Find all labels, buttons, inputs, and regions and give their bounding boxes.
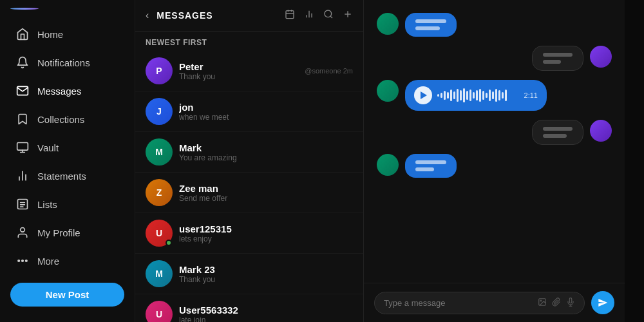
conversation-item[interactable]: J jon when we meet bbox=[135, 91, 363, 132]
conv-avatar: U bbox=[146, 301, 173, 322]
avatar[interactable] bbox=[10, 8, 39, 10]
message-bubble bbox=[405, 154, 457, 178]
calendar-icon[interactable] bbox=[285, 9, 295, 22]
svg-point-8 bbox=[21, 228, 25, 232]
image-icon[interactable] bbox=[538, 298, 547, 308]
new-post-button[interactable]: New Post bbox=[10, 283, 124, 307]
right-panel bbox=[625, 0, 644, 322]
conversation-item[interactable]: M Mark You are amazing bbox=[135, 132, 363, 173]
conversation-item[interactable]: U user125315 lets enjoy bbox=[135, 213, 363, 254]
conv-name: Mark bbox=[179, 142, 346, 153]
msg-avatar bbox=[377, 154, 399, 176]
svg-point-24 bbox=[540, 300, 542, 301]
conv-preview: Thank you bbox=[179, 275, 346, 284]
conversation-item[interactable]: Z Zee man Send me offer bbox=[135, 173, 363, 213]
msg-line bbox=[415, 160, 446, 164]
conv-avatar: P bbox=[146, 57, 173, 84]
messages-panel: ‹ MESSAGES bbox=[135, 0, 364, 322]
sidebar-item-more[interactable]: More bbox=[5, 247, 129, 274]
header-icons bbox=[285, 9, 353, 22]
search-icon[interactable] bbox=[323, 9, 334, 22]
chart-icon bbox=[15, 169, 30, 183]
add-icon[interactable] bbox=[343, 9, 353, 22]
messages-panel-title: MESSAGES bbox=[156, 10, 279, 21]
sidebar-item-label: Lists bbox=[37, 199, 57, 210]
home-icon bbox=[15, 27, 30, 41]
conv-avatar: Z bbox=[146, 179, 173, 206]
svg-line-20 bbox=[330, 16, 332, 18]
conv-name: Mark 23 bbox=[179, 264, 346, 275]
sidebar-item-home[interactable]: Home bbox=[5, 21, 129, 48]
conv-info: jon when we meet bbox=[179, 102, 346, 122]
bar-chart-icon[interactable] bbox=[304, 9, 314, 22]
conv-info: user125315 lets enjoy bbox=[179, 223, 346, 243]
svg-point-9 bbox=[18, 260, 20, 262]
sidebar-item-notifications[interactable]: Notifications bbox=[5, 49, 129, 76]
conversation-list: P Peter Thank you @someone 2m J jon when… bbox=[135, 51, 363, 322]
msg-line bbox=[415, 26, 440, 30]
msg-avatar bbox=[377, 13, 399, 35]
list-icon bbox=[15, 197, 30, 211]
sidebar-item-vault[interactable]: Vault bbox=[5, 134, 129, 161]
sidebar-item-myprofile[interactable]: My Profile bbox=[5, 219, 129, 246]
message-input[interactable] bbox=[384, 298, 533, 308]
conv-avatar: U bbox=[146, 220, 173, 247]
conv-info: Peter Thank you bbox=[179, 61, 298, 81]
conv-name: Zee man bbox=[179, 183, 346, 194]
bookmark-icon bbox=[15, 112, 30, 126]
message-row bbox=[377, 120, 612, 145]
sidebar-item-label: Statements bbox=[37, 171, 86, 182]
play-button[interactable] bbox=[414, 86, 432, 104]
back-icon[interactable]: ‹ bbox=[146, 10, 149, 21]
svg-rect-12 bbox=[286, 11, 294, 19]
message-row: 2:11 bbox=[377, 80, 612, 111]
messages-header: ‹ MESSAGES bbox=[135, 0, 363, 32]
mail-icon bbox=[15, 84, 30, 98]
conv-info: Mark You are amazing bbox=[179, 142, 346, 162]
conversation-item[interactable]: M Mark 23 Thank you bbox=[135, 254, 363, 294]
sidebar-item-label: Vault bbox=[37, 142, 59, 153]
conv-info: User5563332 late join bbox=[179, 305, 346, 323]
sidebar-item-label: Notifications bbox=[37, 57, 90, 68]
attachment-icon[interactable] bbox=[552, 298, 561, 308]
msg-line bbox=[543, 60, 561, 64]
svg-point-11 bbox=[26, 260, 28, 262]
svg-rect-0 bbox=[17, 143, 28, 151]
conv-avatar: M bbox=[146, 138, 173, 166]
msg-line bbox=[415, 19, 446, 23]
msg-line bbox=[415, 167, 434, 171]
conv-preview: Thank you bbox=[179, 72, 298, 81]
chat-area: 2:11 bbox=[364, 0, 625, 322]
conv-avatar: J bbox=[146, 98, 173, 125]
sidebar-item-messages[interactable]: Messages bbox=[5, 77, 129, 104]
chat-input-row bbox=[364, 283, 625, 322]
chat-messages: 2:11 bbox=[364, 0, 625, 283]
conv-preview: You are amazing bbox=[179, 153, 346, 162]
conv-name: user125315 bbox=[179, 223, 346, 234]
conv-preview: lets enjoy bbox=[179, 234, 346, 243]
sidebar-item-statements[interactable]: Statements bbox=[5, 162, 129, 189]
mic-icon[interactable] bbox=[566, 298, 575, 308]
msg-avatar bbox=[590, 120, 612, 142]
conv-time: @someone 2m bbox=[305, 67, 353, 75]
message-bubble bbox=[532, 120, 583, 145]
sidebar-item-lists[interactable]: Lists bbox=[5, 191, 129, 218]
svg-point-19 bbox=[325, 10, 332, 17]
msg-line bbox=[543, 134, 567, 138]
message-row bbox=[377, 13, 612, 37]
sidebar-item-label: More bbox=[37, 256, 59, 267]
message-row bbox=[377, 154, 612, 178]
vault-icon bbox=[15, 140, 30, 155]
conv-preview: when we meet bbox=[179, 113, 346, 122]
conv-preview: Send me offer bbox=[179, 194, 346, 203]
sort-label: NEWEST FIRST bbox=[135, 32, 363, 51]
conversation-item[interactable]: U User5563332 late join bbox=[135, 294, 363, 322]
conversation-item[interactable]: P Peter Thank you @someone 2m bbox=[135, 51, 363, 91]
msg-avatar bbox=[590, 46, 612, 68]
bell-icon bbox=[15, 55, 30, 70]
sidebar-item-label: Messages bbox=[37, 86, 81, 97]
msg-line bbox=[543, 127, 573, 131]
msg-line bbox=[543, 53, 573, 57]
send-button[interactable] bbox=[591, 291, 614, 314]
sidebar-item-collections[interactable]: Collections bbox=[5, 106, 129, 133]
